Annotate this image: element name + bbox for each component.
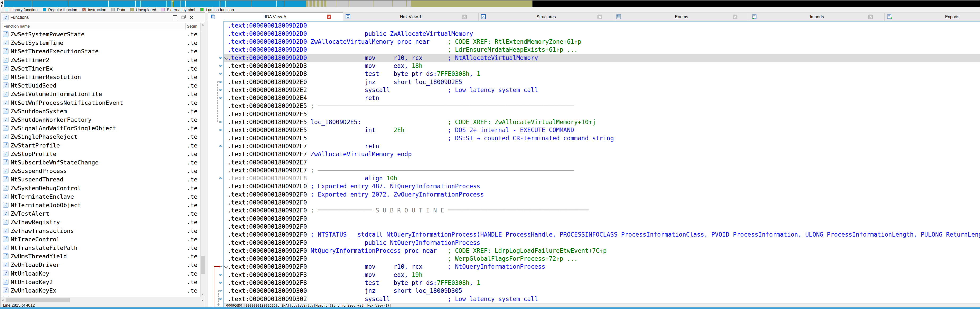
function-name[interactable]: NtTranslateFilePath xyxy=(11,244,78,251)
scroll-down-button[interactable] xyxy=(200,292,205,296)
disasm-line[interactable]: .text:000000018009D2F0 ; ═══════════════… xyxy=(224,206,980,215)
disasm-line[interactable]: .text:000000018009D2E5 ; ───────────────… xyxy=(224,102,980,110)
function-name[interactable]: ZwShutdownWorkerFactory xyxy=(11,116,92,123)
functions-list-header[interactable]: Function name Segm xyxy=(1,22,205,30)
disasm-line[interactable]: .text:000000018009D2F0 xyxy=(224,215,980,223)
tab-label[interactable]: Structures xyxy=(479,14,614,19)
tab-close-icon[interactable] xyxy=(598,14,602,19)
disasm-line[interactable]: .text:000000018009D2D0 mov r10, rcx ; Nt… xyxy=(224,54,980,62)
tab-close-icon[interactable] xyxy=(327,14,331,19)
tab-exports[interactable]: Exports xyxy=(885,13,980,21)
disasm-line[interactable]: .text:000000018009D2E7 xyxy=(224,158,980,166)
float-button[interactable] xyxy=(181,15,186,19)
function-row[interactable]: fZwUnloadKeyEx.te xyxy=(1,287,200,295)
tab-hex-view-1[interactable]: Hex View-1 xyxy=(343,13,479,21)
disasm-line[interactable]: .text:000000018009D2D8 test byte ptr ds:… xyxy=(224,70,980,78)
tab-close-icon[interactable] xyxy=(868,14,873,19)
function-row[interactable]: fNtSetTimerResolution.te xyxy=(1,73,200,81)
function-row[interactable]: fZwUnloadDriver.te xyxy=(1,261,200,269)
functions-list[interactable]: fZwSetSystemPowerState.tefZwSetSystemTim… xyxy=(1,30,200,297)
scroll-left-button[interactable] xyxy=(1,298,5,302)
column-header-segment[interactable]: Segm xyxy=(187,24,197,29)
tab-label[interactable]: Imports xyxy=(749,14,885,19)
function-name[interactable]: NtSetTimerResolution xyxy=(11,74,81,80)
function-name[interactable]: ZwSystemDebugControl xyxy=(11,185,81,192)
disasm-line[interactable]: .text:000000018009D2E0 jnz short loc_180… xyxy=(224,78,980,86)
disasm-line[interactable]: .text:000000018009D2F0 public NtQueryInf… xyxy=(224,239,980,247)
function-name[interactable]: NtTerminateJobObject xyxy=(11,202,81,209)
functions-vertical-scrollbar[interactable] xyxy=(200,22,205,297)
disasm-line[interactable]: .text:000000018009D2F0 ; NTSTATUS __stdc… xyxy=(224,230,980,239)
function-row[interactable]: fZwUmsThreadYield.te xyxy=(1,252,200,261)
function-name[interactable]: ZwSetSystemTime xyxy=(11,40,64,46)
function-name[interactable]: ZwTestAlert xyxy=(11,210,49,217)
disasm-line[interactable]: .text:000000018009D2F0 ; Exported entry … xyxy=(224,182,980,190)
function-row[interactable]: fZwThawRegistry.te xyxy=(1,218,200,227)
function-name[interactable]: ZwShutdownSystem xyxy=(11,108,67,114)
disasm-line[interactable]: .text:000000018009D2E7 retn xyxy=(224,142,980,151)
tab-label[interactable]: IDA View-A xyxy=(208,14,343,19)
function-name[interactable]: NtTerminateEnclave xyxy=(11,193,74,200)
function-name[interactable]: ZwSignalAndWaitForSingleObject xyxy=(11,125,116,132)
tab-ida-view-a[interactable]: IDA View-A xyxy=(208,13,343,21)
disasm-line[interactable]: .text:000000018009D2F0 xyxy=(224,222,980,231)
function-row[interactable]: fNtSetWnfProcessNotificationEvent.te xyxy=(1,99,200,107)
function-name[interactable]: ZwSetTimerEx xyxy=(11,65,53,72)
function-row[interactable]: fZwSetVolumeInformationFile.te xyxy=(1,90,200,98)
function-row[interactable]: fNtUnloadKey2.te xyxy=(1,278,200,287)
function-row[interactable]: fNtTerminateEnclave.te xyxy=(1,193,200,201)
functions-titlebar[interactable]: f Functions xyxy=(1,13,205,22)
disasm-line[interactable]: .text:000000018009D2D0 public ZwAllocate… xyxy=(224,30,980,38)
vertical-scroll-thumb[interactable] xyxy=(201,256,205,274)
function-row[interactable]: fZwSetSystemPowerState.te xyxy=(1,30,200,39)
disasm-line[interactable]: .text:000000018009D2E5 int 2Eh ; DOS 2+ … xyxy=(224,126,980,134)
disasm-line[interactable]: .text:000000018009D2E7 ; ───────────────… xyxy=(224,166,980,174)
function-row[interactable]: fZwShutdownSystem.te xyxy=(1,107,200,116)
function-row[interactable]: fZwSystemDebugControl.te xyxy=(1,184,200,193)
disasm-line[interactable]: .text:000000018009D2E5 ; DS:SI → counted… xyxy=(224,134,980,143)
function-row[interactable]: fNtSetUuidSeed.te xyxy=(1,81,200,90)
function-name[interactable]: NtUnloadKey xyxy=(11,270,49,277)
function-name[interactable]: ZwThawTransactions xyxy=(11,228,74,234)
function-row[interactable]: fNtSetThreadExecutionState.te xyxy=(1,47,200,56)
column-header-function-name[interactable]: Function name xyxy=(3,24,30,29)
tab-label[interactable]: Hex View-1 xyxy=(343,14,478,19)
scroll-right-button[interactable] xyxy=(200,298,205,302)
tab-close-icon[interactable] xyxy=(462,14,467,19)
functions-horizontal-scrollbar[interactable] xyxy=(1,297,205,303)
disasm-line[interactable]: .text:000000018009D2F0 NtQueryInformatio… xyxy=(224,247,980,255)
function-row[interactable]: fNtTranslateFilePath.te xyxy=(1,244,200,252)
function-row[interactable]: fZwUnlockFile.te xyxy=(1,295,200,297)
disasm-line[interactable]: .text:000000018009D2D0 xyxy=(224,22,980,30)
disasm-line[interactable]: .text:000000018009D2F0 ; Exported entry … xyxy=(224,190,980,199)
disasm-line[interactable]: .text:000000018009D2D3 mov eax, 18h xyxy=(224,62,980,70)
function-name[interactable]: ZwStopProfile xyxy=(11,151,56,157)
navigation-band[interactable] xyxy=(4,0,980,7)
function-name[interactable]: NtSetThreadExecutionState xyxy=(11,48,99,55)
disasm-line[interactable]: .text:000000018009D2F0 ; WerpGlobalFlags… xyxy=(224,255,980,263)
function-name[interactable]: ZwSetSystemPowerState xyxy=(11,31,84,38)
function-row[interactable]: fZwSignalAndWaitForSingleObject.te xyxy=(1,124,200,133)
function-row[interactable]: fZwSetSystemTime.te xyxy=(1,39,200,47)
function-name[interactable]: NtUnloadKey2 xyxy=(11,279,53,285)
function-row[interactable]: fZwSetTimer2.te xyxy=(1,56,200,65)
dock-splitter[interactable] xyxy=(0,307,980,309)
function-name[interactable]: ZwSetTimer2 xyxy=(11,57,49,63)
function-row[interactable]: fNtSubscribeWnfStateChange.te xyxy=(1,158,200,167)
disasm-line[interactable]: .text:000000018009D2F0 mov r10, rcx ; Nt… xyxy=(224,263,980,271)
horizontal-scroll-thumb[interactable] xyxy=(6,298,70,302)
disasm-line[interactable]: .text:000000018009D302 syscall ; Low lat… xyxy=(224,295,980,303)
legend-drag-grip[interactable] xyxy=(1,8,2,12)
navband-scroll-left-icon[interactable] xyxy=(1,1,3,4)
disasm-line[interactable]: .text:000000018009D2D0 ; LdrEnsureMrdata… xyxy=(224,46,980,54)
function-name[interactable]: NtSetUuidSeed xyxy=(11,82,56,89)
disasm-line[interactable]: .text:000000018009D2E7 ZwAllocateVirtual… xyxy=(224,150,980,158)
function-name[interactable]: ZwUnloadDriver xyxy=(11,261,60,268)
function-row[interactable]: fZwShutdownWorkerFactory.te xyxy=(1,116,200,124)
tab-close-icon[interactable] xyxy=(733,14,737,19)
tab-label[interactable]: Exports xyxy=(885,14,980,19)
function-name[interactable]: ZwStartProfile xyxy=(11,142,60,149)
function-row[interactable]: fZwSuspendProcess.te xyxy=(1,167,200,175)
function-row[interactable]: fZwSinglePhaseReject.te xyxy=(1,133,200,141)
function-row[interactable]: fNtSuspendThread.te xyxy=(1,175,200,184)
